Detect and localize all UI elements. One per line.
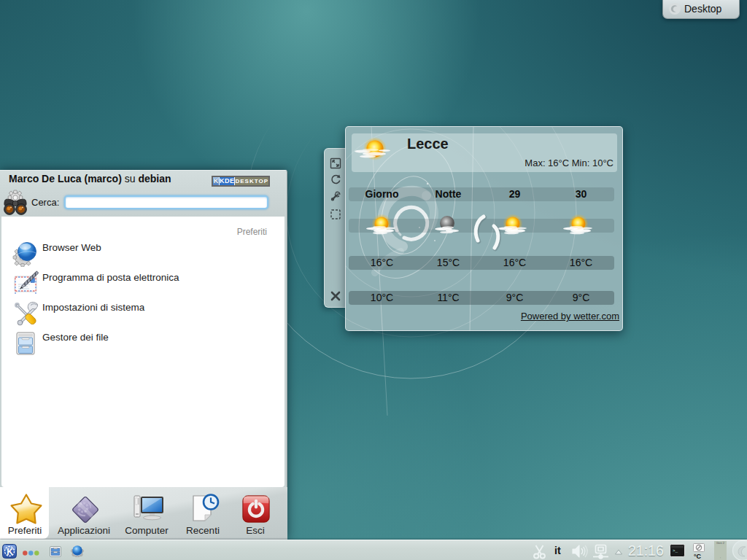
svg-text:°C: °C — [694, 553, 702, 559]
svg-text:K: K — [7, 547, 13, 557]
svg-text:>_: >_ — [673, 548, 678, 553]
